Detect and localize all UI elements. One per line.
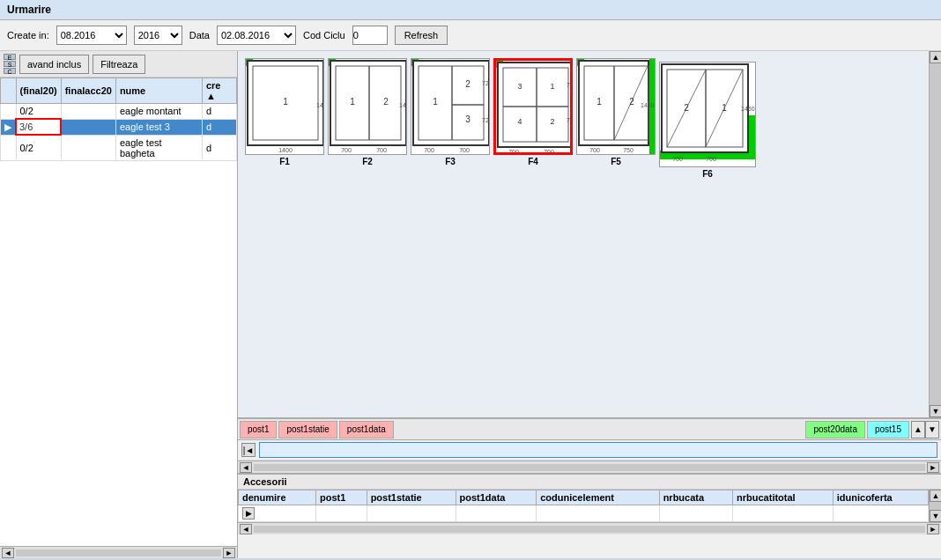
acc-cell <box>833 505 928 522</box>
svg-text:1: 1 <box>722 103 727 113</box>
tab-post15[interactable]: post15 <box>867 421 909 438</box>
acc-nav-first[interactable]: ▶ <box>242 507 255 519</box>
svg-text:700: 700 <box>672 156 683 162</box>
diagram-F1[interactable]: 1 1400 1450 F1 <box>245 58 324 166</box>
svg-text:700: 700 <box>376 147 387 153</box>
svg-text:1400: 1400 <box>278 147 293 153</box>
svg-text:1450: 1450 <box>741 106 755 112</box>
acc-col-idunicoferta: idunicoferta <box>833 490 928 505</box>
svg-text:700: 700 <box>424 147 434 153</box>
cell-cre: d <box>202 135 236 160</box>
acc-col-post1data: post1data <box>456 490 537 505</box>
tabs-bar: post1 post1statie post1data post20data p… <box>238 419 941 440</box>
filtreaza-button[interactable]: Filtreaza <box>93 55 145 74</box>
acc-cell <box>537 505 659 522</box>
acc-scroll-track <box>930 502 941 510</box>
svg-text:1: 1 <box>433 97 438 107</box>
svg-text:1450: 1450 <box>399 102 407 108</box>
tab-scroll-up[interactable]: ▲ <box>911 421 925 438</box>
data-select[interactable]: 02.08.2016 <box>217 26 296 45</box>
svg-text:2: 2 <box>684 103 689 113</box>
month-select[interactable]: 08.2016 <box>56 26 127 45</box>
cell-finalacc20 <box>61 119 115 135</box>
diagram-F3[interactable]: 1 2 3 700 700 725 725 F3 <box>411 58 490 166</box>
acc-scroll-track-h <box>254 526 925 533</box>
svg-text:725: 725 <box>482 80 490 86</box>
v-scroll-down[interactable]: ▼ <box>930 405 941 417</box>
svg-text:700: 700 <box>544 149 554 155</box>
svg-text:700: 700 <box>508 149 519 155</box>
acc-nav-row: ▶ <box>239 505 929 522</box>
v-scroll-up[interactable]: ▲ <box>930 51 941 63</box>
table-row[interactable]: 0/2 eagle test bagheta d <box>1 135 237 160</box>
grid-input[interactable] <box>259 442 937 458</box>
left-scroll-right[interactable]: ► <box>223 548 235 558</box>
diagram-label-F4: F4 <box>528 157 538 166</box>
cell-cre: d <box>202 119 236 135</box>
cell-finalacc20 <box>61 135 115 160</box>
right-v-scrollbar: ▲ ▼ <box>929 51 941 417</box>
v-scroll-track <box>930 63 941 405</box>
acc-nav-cell: ▶ <box>239 505 316 522</box>
right-panel: 1 1400 1450 F1 <box>238 51 941 558</box>
grid-scroll-left[interactable]: ◄ <box>240 462 252 473</box>
acc-scroll-up[interactable]: ▲ <box>930 490 941 502</box>
year-select[interactable]: 2016 <box>134 26 182 45</box>
tab-post1data[interactable]: post1data <box>339 421 394 438</box>
table-row[interactable]: 0/2 eagle montant d <box>1 104 237 120</box>
accesorii-title: Accesorii <box>238 475 941 490</box>
tab-scroll-down[interactable]: ▼ <box>925 421 939 438</box>
diagram-F2[interactable]: 1 2 700 700 1450 F2 <box>328 58 407 166</box>
acc-cell <box>315 505 367 522</box>
acc-col-post1statie: post1statie <box>367 490 456 505</box>
svg-text:1450: 1450 <box>316 102 324 108</box>
col-cre: cre ▲ <box>202 78 236 104</box>
acc-scroll-down[interactable]: ▼ <box>930 510 941 522</box>
cell-final20: 3/6 <box>16 119 61 135</box>
acc-cell <box>733 505 834 522</box>
cell-final20: 0/2 <box>16 135 61 160</box>
left-scroll-track <box>16 549 221 556</box>
create-in-label: Create in: <box>7 30 49 41</box>
tab-post1statie[interactable]: post1statie <box>278 421 337 438</box>
canvas-area: 1 1400 1450 F1 <box>238 51 929 417</box>
tab-post20data[interactable]: post20data <box>805 421 865 438</box>
acc-col-denumire: denumire <box>239 490 316 505</box>
nav-first[interactable]: |◄ <box>241 443 256 457</box>
svg-text:1: 1 <box>596 97 602 107</box>
acc-h-scrollbar: ◄ ► <box>238 522 941 534</box>
left-scroll-left[interactable]: ◄ <box>2 548 14 558</box>
accesorii-section: Accesorii denumire post1 post1statie pos… <box>238 473 941 534</box>
grid-h-scrollbar: ◄ ► <box>238 461 941 473</box>
title-bar: Urmarire <box>0 0 941 20</box>
diagram-F4[interactable]: 3 1 4 2 700 700 725 725 F4 <box>493 58 573 166</box>
cell-nume: eagle test bagheta <box>115 135 202 160</box>
diagram-F6[interactable]: 2 1 700 700 1450 F6 <box>659 62 756 179</box>
tab-post1[interactable]: post1 <box>240 421 277 438</box>
acc-scroll-right[interactable]: ► <box>927 524 939 534</box>
arrow-cell: ▶ <box>1 119 17 135</box>
left-h-scrollbar: ◄ ► <box>0 546 237 558</box>
refresh-button[interactable]: Refresh <box>395 26 448 45</box>
table-row[interactable]: ▶ 3/6 eagle test 3 d <box>1 119 237 135</box>
diagram-F5[interactable]: 1 2 700 750 1450 F5 <box>576 58 656 166</box>
svg-text:1450: 1450 <box>641 102 655 108</box>
bottom-area: post1 post1statie post1data post20data p… <box>238 417 941 558</box>
app-title: Urmarire <box>7 4 51 16</box>
grid-nav-row: |◄ <box>238 440 941 461</box>
cod-ciclu-input[interactable]: 0 <box>352 26 388 45</box>
acc-scroll-left[interactable]: ◄ <box>240 524 252 534</box>
svg-text:1: 1 <box>350 97 355 107</box>
svg-text:2: 2 <box>383 97 389 107</box>
diagram-label-F1: F1 <box>279 157 290 166</box>
svg-text:725: 725 <box>567 117 573 123</box>
cod-ciclu-label: Cod Ciclu <box>303 30 345 41</box>
avand-inclus-button[interactable]: avand inclus <box>19 55 89 74</box>
grid-scroll-right[interactable]: ► <box>927 462 939 473</box>
acc-col-codunicelement: codunicelement <box>537 490 659 505</box>
diagram-label-F5: F5 <box>611 157 621 166</box>
svg-rect-54 <box>748 115 756 159</box>
esc-box: E S C <box>4 54 16 74</box>
col-finalacc20: finalacc20 <box>61 78 115 104</box>
svg-text:2: 2 <box>465 79 470 89</box>
